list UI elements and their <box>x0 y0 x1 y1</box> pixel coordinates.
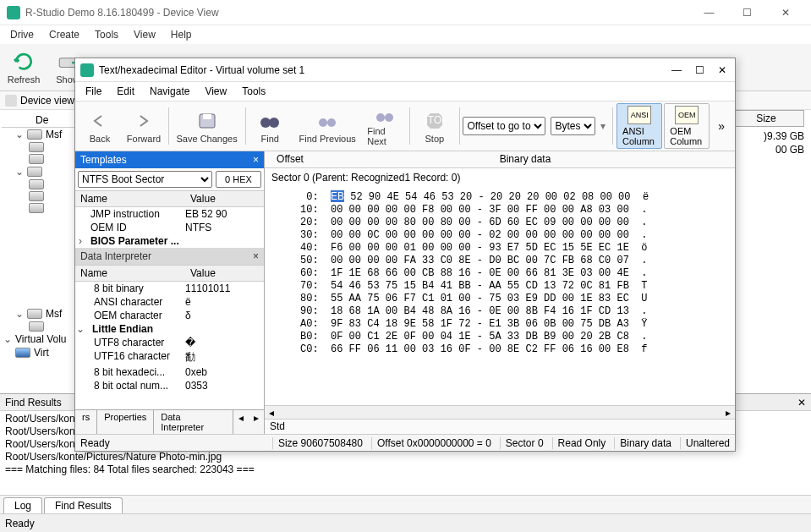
templates-header: Templates × <box>75 151 264 168</box>
hex-editor-window: Text/hexadecimal Editor - Virtual volume… <box>74 58 736 452</box>
col-value-header[interactable]: Value <box>185 191 264 206</box>
interp-row: UTF16 character勫 <box>75 349 264 365</box>
find-next-button[interactable]: Find Next <box>364 105 406 147</box>
hdd-icon <box>27 129 42 140</box>
tab-right-arrow-icon[interactable]: ▸ <box>249 410 264 434</box>
tab-find-results[interactable]: Find Results <box>44 497 123 513</box>
forward-arrow-icon <box>132 109 156 133</box>
bottom-tabs: Log Find Results <box>0 495 811 513</box>
refresh-button[interactable]: Refresh <box>3 47 44 89</box>
offset-goto-select[interactable]: Offset to go to <box>463 117 545 135</box>
expand-icon[interactable]: ⌄ <box>15 308 24 320</box>
hdd-icon <box>29 191 44 201</box>
volume-icon <box>15 348 30 358</box>
find-previous-button[interactable]: Find Previous <box>293 105 362 147</box>
stop-button[interactable]: STOP Stop <box>414 105 456 147</box>
minimize-button[interactable]: — <box>671 64 682 76</box>
col-name-header[interactable]: Name <box>75 266 185 281</box>
interp-row: 8 bit hexadeci...0xeb <box>75 365 264 379</box>
interp-row: ANSI characterë <box>75 295 264 309</box>
offset-column-header[interactable]: Offset <box>265 151 315 167</box>
stop-icon: STOP <box>423 109 447 133</box>
menu-navigate[interactable]: Navigate <box>143 84 196 99</box>
oem-column-button[interactable]: OEM OEM Column <box>664 103 710 149</box>
scroll-left-icon[interactable]: ◂ <box>265 407 278 419</box>
oem-icon: OEM <box>675 106 699 124</box>
result-line[interactable]: Root/Users/konte/Pictures/Nature Photo-m… <box>5 451 806 463</box>
binocular-icon <box>258 109 282 133</box>
bytes-select[interactable]: Bytes <box>551 117 595 135</box>
col-name-header[interactable]: Name <box>75 191 185 206</box>
menu-drive[interactable]: Drive <box>3 27 41 42</box>
chevron-down-icon[interactable]: ▾ <box>597 120 609 132</box>
expand-icon[interactable]: ⌄ <box>15 166 24 178</box>
svg-point-9 <box>385 113 393 122</box>
svg-point-5 <box>269 118 279 128</box>
close-button[interactable]: ✕ <box>718 64 726 76</box>
tab-properties[interactable]: Properties <box>97 410 154 434</box>
data-interp-header: Data Interpreter × <box>75 248 264 265</box>
back-button[interactable]: Back <box>79 105 121 147</box>
hdd-icon <box>27 167 42 177</box>
hdd-icon <box>29 142 44 152</box>
template-select[interactable]: NTFS Boot Sector <box>78 171 212 188</box>
binocular-prev-icon <box>315 109 339 133</box>
close-icon[interactable]: × <box>253 250 259 262</box>
svg-point-6 <box>319 118 327 127</box>
status-unaltered: Unaltered <box>680 437 730 449</box>
menu-view[interactable]: View <box>127 27 162 42</box>
tab-rs[interactable]: rs <box>75 410 97 434</box>
hdd-icon <box>29 179 44 189</box>
interp-row: ⌄Little Endian <box>75 322 264 336</box>
size-value: 00 GB <box>764 144 804 156</box>
menu-tools[interactable]: Tools <box>235 84 272 99</box>
chevron-down-icon[interactable]: ⌄ <box>75 323 85 335</box>
main-titlebar: R-Studio Demo 8.16.180499 - Device View … <box>0 0 811 25</box>
binary-column-header[interactable]: Binary data <box>315 151 735 167</box>
find-results-title: Find Results <box>5 397 62 409</box>
toolbar-overflow-icon[interactable]: » <box>711 119 732 133</box>
close-icon[interactable]: ✕ <box>797 397 806 409</box>
status-text: Ready <box>5 518 35 529</box>
menu-edit[interactable]: Edit <box>110 84 141 99</box>
size-column-header[interactable]: Size <box>728 110 804 127</box>
expand-icon[interactable]: ⌄ <box>3 333 12 345</box>
status-sector: Sector 0 <box>500 437 544 449</box>
menu-help[interactable]: Help <box>164 27 199 42</box>
hex-window-title: Text/hexadecimal Editor - Virtual volume… <box>99 64 304 76</box>
interp-row: OEM characterδ <box>75 309 264 322</box>
minimize-button[interactable]: — <box>690 0 728 25</box>
device-view-icon <box>5 95 17 107</box>
hex-statusbar: Ready Size 90607508480 Offset 0x00000000… <box>75 434 735 451</box>
hdd-icon <box>29 321 44 332</box>
horizontal-scrollbar[interactable]: ◂ ▸ <box>265 405 735 419</box>
chevron-right-icon[interactable]: › <box>75 235 85 247</box>
tab-log[interactable]: Log <box>3 497 42 513</box>
tab-left-arrow-icon[interactable]: ◂ <box>233 410 249 434</box>
size-value: )9.39 GB <box>764 130 804 142</box>
menu-tools[interactable]: Tools <box>88 27 125 42</box>
scroll-right-icon[interactable]: ▸ <box>721 407 735 419</box>
expand-icon[interactable]: ⌄ <box>15 129 24 140</box>
close-icon[interactable]: × <box>253 154 259 166</box>
menu-view[interactable]: View <box>198 84 233 99</box>
maximize-button[interactable]: ☐ <box>728 0 766 25</box>
save-changes-button[interactable]: Save Changes <box>173 105 242 147</box>
svg-text:STOP: STOP <box>425 114 445 126</box>
find-button[interactable]: Find <box>249 105 291 147</box>
app-icon <box>80 63 94 77</box>
menu-create[interactable]: Create <box>42 27 86 42</box>
hdd-icon <box>27 309 42 319</box>
menu-file[interactable]: File <box>79 84 108 99</box>
close-button[interactable]: ✕ <box>766 0 804 25</box>
device-view-label: Device view <box>20 95 74 107</box>
hex-dump[interactable]: 0: EB 52 90 4E 54 46 53 20 - 20 20 20 00… <box>265 187 735 405</box>
col-value-header[interactable]: Value <box>185 266 264 281</box>
hex-offset-input[interactable] <box>216 171 261 188</box>
interp-row: UTF8 character� <box>75 336 264 349</box>
forward-button[interactable]: Forward <box>123 105 165 147</box>
ansi-column-button[interactable]: ANSI ANSI Column <box>616 103 662 149</box>
app-icon <box>7 6 20 19</box>
tab-data-interpreter[interactable]: Data Interpreter <box>154 410 233 434</box>
maximize-button[interactable]: ☐ <box>695 64 704 76</box>
